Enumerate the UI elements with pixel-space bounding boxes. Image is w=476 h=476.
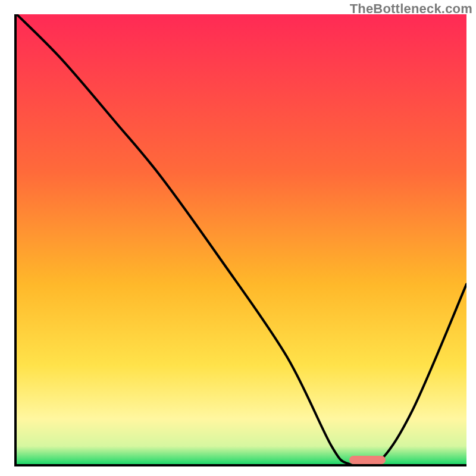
- bottleneck-curve: [17, 14, 466, 464]
- curve-layer: [17, 14, 466, 464]
- chart-axes-frame: [14, 14, 466, 466]
- optimal-range-marker: [349, 456, 385, 464]
- plot-area: [17, 14, 466, 464]
